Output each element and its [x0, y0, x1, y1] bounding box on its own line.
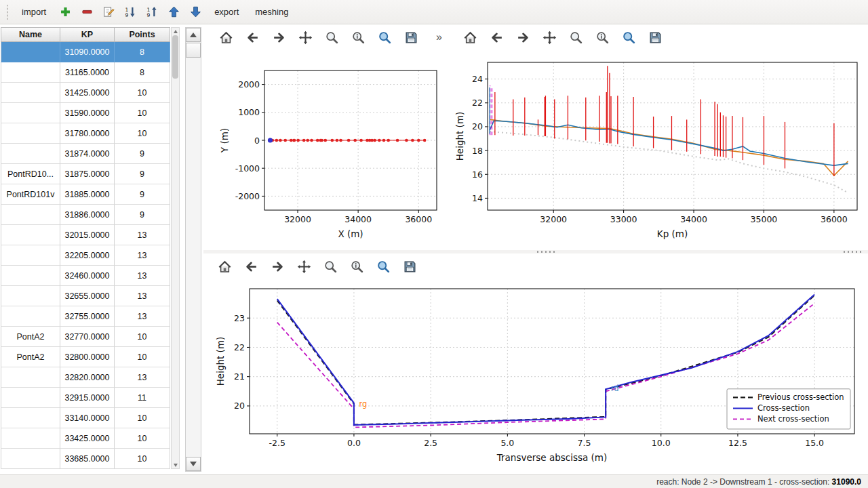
cell-name[interactable]	[1, 388, 60, 408]
sort-descending-button[interactable]	[121, 3, 140, 22]
cell-name[interactable]: PontA2	[1, 327, 60, 347]
back-button[interactable]	[242, 27, 262, 47]
cell-points[interactable]: 10	[115, 449, 170, 469]
cell-points[interactable]: 10	[115, 83, 170, 103]
scroll-down-button[interactable]	[186, 457, 201, 471]
cell-points[interactable]: 10	[115, 408, 170, 428]
cell-kp[interactable]: 31875.0000	[60, 164, 115, 184]
cell-name[interactable]	[1, 449, 60, 469]
save-figure-button[interactable]	[399, 256, 420, 277]
save-figure-button[interactable]	[645, 27, 665, 47]
cell-points[interactable]: 9	[115, 144, 170, 164]
cell-points[interactable]: 10	[115, 327, 170, 347]
cell-kp[interactable]: 31090.0000	[60, 42, 115, 62]
table-row[interactable]: 32015.000013	[1, 225, 170, 245]
home-button[interactable]	[214, 256, 235, 277]
cell-kp[interactable]: 31780.0000	[60, 123, 115, 144]
panel-scrollbar-thumb[interactable]	[186, 43, 201, 58]
move-down-button[interactable]	[186, 3, 205, 22]
longitudinal-profile-chart[interactable]: 3200033000340003500036000141618202224Kp …	[449, 50, 868, 249]
forward-button[interactable]	[513, 27, 533, 47]
sort-ascending-button[interactable]	[142, 3, 161, 22]
cell-name[interactable]	[1, 428, 60, 449]
cell-kp[interactable]: 33140.0000	[60, 408, 115, 428]
cell-points[interactable]: 10	[115, 347, 170, 367]
zoom-region-button[interactable]	[373, 256, 393, 277]
cell-name[interactable]	[1, 42, 60, 62]
cell-name[interactable]	[1, 144, 60, 164]
table-row[interactable]: PontA232800.000010	[1, 347, 170, 367]
zoom-info-button[interactable]	[347, 256, 367, 277]
cell-name[interactable]	[1, 245, 60, 266]
cell-kp[interactable]: 32755.0000	[60, 306, 115, 327]
table-row[interactable]: 32755.000013	[1, 306, 170, 327]
table-row[interactable]: 32460.000013	[1, 266, 170, 286]
cell-points[interactable]: 13	[115, 245, 170, 266]
table-row[interactable]: 31780.000010	[1, 123, 170, 144]
column-header-name[interactable]: Name	[1, 27, 60, 42]
save-figure-button[interactable]	[401, 27, 421, 47]
cell-points[interactable]: 13	[115, 367, 170, 388]
table-row[interactable]: 32820.000013	[1, 367, 170, 388]
table-row[interactable]: 33685.000010	[1, 449, 170, 469]
table-row[interactable]: 31590.000010	[1, 103, 170, 123]
home-button[interactable]	[460, 27, 480, 47]
cell-name[interactable]: PontRD101v	[1, 184, 60, 205]
cell-name[interactable]	[1, 306, 60, 327]
cell-kp[interactable]: 31425.0000	[60, 83, 115, 103]
cell-points[interactable]: 13	[115, 225, 170, 245]
cell-points[interactable]: 11	[115, 388, 170, 408]
cell-name[interactable]	[1, 83, 60, 103]
toolbar-overflow-chevron[interactable]: »	[436, 31, 442, 43]
edit-button[interactable]	[99, 3, 118, 22]
cell-name[interactable]	[1, 408, 60, 428]
zoom-button[interactable]	[566, 27, 586, 47]
cell-name[interactable]	[1, 266, 60, 286]
cell-points[interactable]: 8	[115, 62, 170, 83]
table-row[interactable]: 32655.000013	[1, 286, 170, 306]
cell-points[interactable]: 8	[115, 42, 170, 62]
cell-kp[interactable]: 32820.0000	[60, 367, 115, 388]
cell-kp[interactable]: 33685.0000	[60, 449, 115, 469]
cell-points[interactable]: 9	[115, 184, 170, 205]
forward-button[interactable]	[269, 27, 289, 47]
remove-cross-section-button[interactable]	[77, 3, 96, 22]
table-row[interactable]: 31886.00009	[1, 205, 170, 225]
toolbar-drag-handle[interactable]	[5, 5, 9, 20]
zoom-region-button[interactable]	[618, 27, 639, 47]
cell-name[interactable]	[1, 225, 60, 245]
cell-name[interactable]	[1, 367, 60, 388]
cell-points[interactable]: 9	[115, 205, 170, 225]
pan-button[interactable]	[539, 27, 559, 47]
table-row[interactable]: 31090.00008	[1, 42, 170, 62]
pan-button[interactable]	[294, 256, 314, 277]
cell-kp[interactable]: 31874.0000	[60, 144, 115, 164]
table-row[interactable]: 32205.000013	[1, 245, 170, 266]
cell-kp[interactable]: 32800.0000	[60, 347, 115, 367]
back-button[interactable]	[241, 256, 261, 277]
cell-kp[interactable]: 32460.0000	[60, 266, 115, 286]
cell-name[interactable]: PontRD10...	[1, 164, 60, 184]
zoom-button[interactable]	[320, 256, 340, 277]
splitter-handle[interactable]	[536, 251, 557, 253]
zoom-info-button[interactable]	[592, 27, 612, 47]
column-header-kp[interactable]: KP	[60, 27, 115, 42]
pan-button[interactable]	[295, 27, 315, 47]
cell-kp[interactable]: 31165.0000	[60, 62, 115, 83]
cell-kp[interactable]: 33425.0000	[60, 428, 115, 449]
move-up-button[interactable]	[164, 3, 183, 22]
table-row[interactable]: 33140.000010	[1, 408, 170, 428]
cross-section-chart[interactable]: -2.50.02.55.07.510.012.515.020212223Tran…	[203, 279, 867, 474]
table-row[interactable]: PontRD101v31885.00009	[1, 184, 170, 205]
cell-kp[interactable]: 32015.0000	[60, 225, 115, 245]
back-button[interactable]	[486, 27, 507, 47]
cell-points[interactable]: 13	[115, 266, 170, 286]
zoom-region-button[interactable]	[374, 27, 395, 47]
scroll-up-button[interactable]	[186, 28, 201, 42]
splitter-handle[interactable]	[842, 251, 864, 253]
table-row[interactable]: 33425.000010	[1, 428, 170, 449]
cell-points[interactable]: 10	[115, 123, 170, 144]
table-scroll-up-arrow[interactable]	[172, 28, 179, 35]
table-row[interactable]: 32915.000011	[1, 388, 170, 408]
table-row[interactable]: PontRD10...31875.00009	[1, 164, 170, 184]
